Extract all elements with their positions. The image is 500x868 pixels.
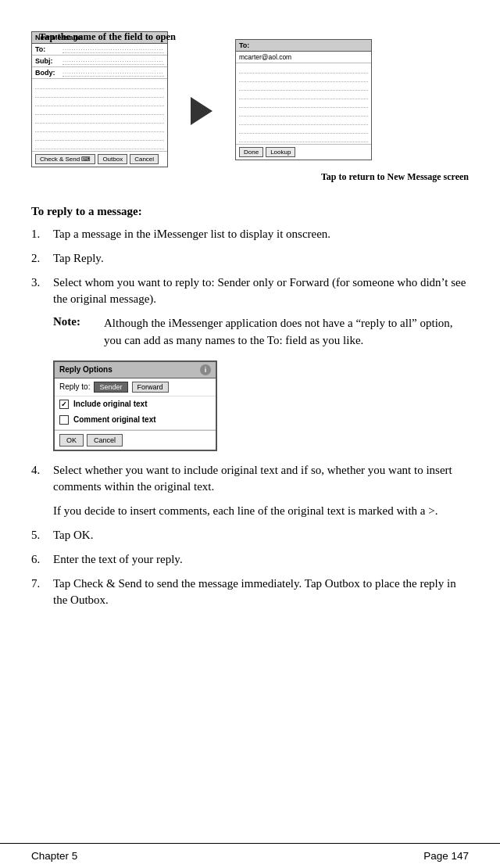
step-4-number: 4. [31,462,53,479]
include-checkbox[interactable]: ✓ [59,400,69,409]
note-label: Note: [53,315,104,328]
check-send-btn[interactable]: Check & Send ⌨ [35,154,95,164]
arrow-container [182,74,221,125]
right-arrow-icon [191,97,212,125]
to-dots: ........................................… [62,45,164,53]
to-label: To: [35,45,62,53]
diagram-section: Tap the name of the field to open New Me… [31,31,469,183]
forward-btn[interactable]: Forward [132,382,169,393]
diagram-caption-top: Tap the name of the field to open [39,31,176,43]
reply-to-label: Reply to: [59,382,90,391]
step-6-text: Enter the text of your reply. [53,551,469,568]
to-expanded-titlebar: To: [236,40,371,52]
footer-page: Page 147 [423,850,469,862]
to-dotted-3 [239,82,368,91]
to-value-row: mcarter@aol.com [236,52,371,63]
step-7: 7. Tap Check & Send to send the message … [31,576,469,608]
to-email-value: mcarter@aol.com [239,53,291,61]
to-expanded-screen: To: mcarter@aol.com Done [235,39,372,160]
step-5: 5. Tap OK. [31,527,469,543]
lookup-btn[interactable]: Lookup [266,147,295,157]
note-text: Although the iMessenger application does… [104,315,469,350]
dotted-4 [35,106,164,115]
include-original-label: Include original text [73,400,147,408]
footer-chapter: Chapter 5 [31,850,77,862]
to-body-area [236,63,371,144]
to-dotted-4 [239,91,368,99]
indented-para: If you decide to insert comments, each l… [53,503,469,520]
step-6-number: 6. [31,551,53,568]
to-dotted-6 [239,108,368,117]
steps-list-1: 1. Tap a message in the iMessenger list … [31,226,469,307]
cancel-btn[interactable]: Cancel [130,154,159,164]
to-dotted-1 [239,65,368,74]
sender-btn[interactable]: Sender [94,382,127,393]
step-5-text: Tap OK. [53,527,469,543]
step-5-number: 5. [31,527,53,543]
page-footer: Chapter 5 Page 147 [0,843,500,868]
diagram-images: New Message To: ........................… [31,31,469,167]
outbox-btn[interactable]: Outbox [98,154,127,164]
reply-options-screen: Reply Options i Reply to: Sender Forward… [53,360,217,451]
to-dotted-9 [239,134,368,142]
step-1: 1. Tap a message in the iMessenger list … [31,226,469,242]
step-3-number: 3. [31,274,53,291]
to-dotted-7 [239,117,368,125]
to-expanded-title: To: [239,41,249,49]
ok-btn[interactable]: OK [59,434,84,447]
comment-original-label: Comment original text [73,415,156,424]
comment-original-row: Comment original text [55,412,216,430]
to-dotted-2 [239,74,368,82]
body-area [32,79,167,151]
reply-options-title: Reply Options [59,365,112,374]
subj-dots: ........................................… [62,57,164,65]
dotted-2 [35,89,164,98]
dotted-5 [35,115,164,124]
step-3-text: Select whom you want to reply to: Sender… [53,274,469,307]
section-heading: To reply to a message: [31,205,469,218]
new-message-buttons: Check & Send ⌨ Outbox Cancel [32,151,167,167]
to-dotted-8 [239,125,368,134]
comment-checkbox[interactable] [59,415,69,425]
step-4: 4. Select whether you want to include or… [31,462,469,495]
reply-options-titlebar: Reply Options i [55,362,216,378]
step-1-text: Tap a message in the iMessenger list to … [53,226,469,242]
step-2-number: 2. [31,250,53,267]
reply-info-icon: i [200,364,211,375]
step-4-text: Select whether you want to include origi… [53,462,469,495]
note-block: Note: Although the iMessenger applicatio… [53,315,469,350]
dotted-7 [35,132,164,141]
dotted-8 [35,141,164,149]
step-3: 3. Select whom you want to reply to: Sen… [31,274,469,307]
include-original-row: ✓ Include original text [55,396,216,412]
diagram-caption-bottom: Tap to return to New Message screen [31,171,469,183]
dotted-1 [35,81,164,89]
body-label: Body: [35,69,62,77]
reply-cancel-btn[interactable]: Cancel [87,434,123,447]
step-2: 2. Tap Reply. [31,250,469,267]
subj-label: Subj: [35,57,62,65]
reply-options-container: Reply Options i Reply to: Sender Forward… [53,360,469,451]
to-buttons: Done Lookup [236,144,371,160]
body-dots: ........................................… [62,69,164,77]
dotted-3 [35,98,164,106]
step-1-number: 1. [31,226,53,242]
step-7-text: Tap Check & Send to send the message imm… [53,576,469,608]
done-btn[interactable]: Done [239,147,263,157]
step-2-text: Tap Reply. [53,250,469,267]
steps-list-2: 4. Select whether you want to include or… [31,462,469,495]
reply-to-row: Reply to: Sender Forward [55,378,216,396]
to-field-row: To: ....................................… [32,44,167,56]
reply-ok-cancel-buttons: OK Cancel [55,430,216,450]
subj-field-row: Subj: ..................................… [32,56,167,67]
steps-list-3: 5. Tap OK. 6. Enter the text of your rep… [31,527,469,608]
dotted-6 [35,124,164,132]
to-dotted-5 [239,99,368,108]
step-6: 6. Enter the text of your reply. [31,551,469,568]
page-content: Tap the name of the field to open New Me… [0,0,500,663]
new-message-screen: New Message To: ........................… [31,31,168,167]
step-7-number: 7. [31,576,53,592]
body-field-row: Body: ..................................… [32,67,167,79]
